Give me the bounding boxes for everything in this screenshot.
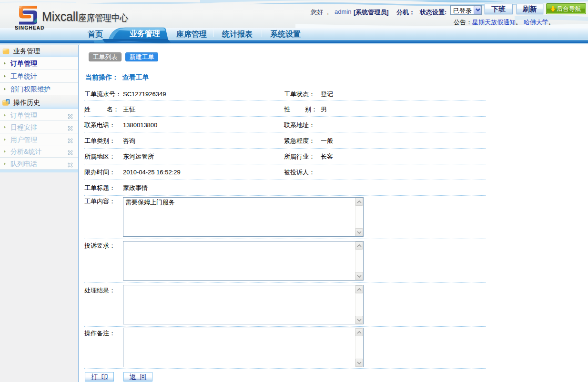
svg-text:业务管理: 业务管理 bbox=[129, 30, 160, 38]
